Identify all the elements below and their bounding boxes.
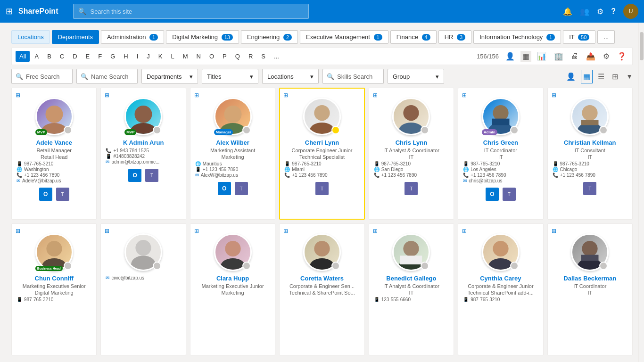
card-menu-icon[interactable]: ⊞ (462, 92, 467, 99)
person-name[interactable]: Dallas Beckerman (563, 275, 616, 282)
person-name[interactable]: K Admin Arun (123, 139, 164, 146)
person-name[interactable]: Cynthia Carey (480, 275, 521, 282)
tab-finance[interactable]: Finance 4 (390, 30, 437, 44)
skills-search-input[interactable]: 🔍 Skills Search (322, 69, 384, 84)
bar-chart-icon[interactable]: 📊 (535, 51, 548, 62)
alpha-e[interactable]: E (82, 51, 94, 62)
alpha-r[interactable]: R (245, 51, 256, 62)
alpha-s[interactable]: S (257, 51, 269, 62)
card-view-icon[interactable]: ▦ (520, 51, 531, 62)
person-card-alex-wilber[interactable]: ⊞ Manager Alex Wilber Marketing Assistan… (190, 88, 275, 220)
locations-dropdown[interactable]: Locations ▾ (262, 69, 319, 84)
alpha-q[interactable]: Q (231, 51, 244, 62)
teams-button[interactable]: T (583, 182, 596, 195)
person-name[interactable]: Cherri Lynn (305, 139, 339, 146)
person-name[interactable]: Chris Lynn (396, 139, 427, 146)
people-icon[interactable]: 👥 (580, 7, 589, 16)
alpha-a[interactable]: A (31, 51, 42, 62)
person-card-adele-vance[interactable]: ⊞ MVP Adele Vance Retail Manager Retail … (11, 88, 97, 220)
global-search[interactable]: 🔍 Search this site (73, 4, 309, 19)
person-name[interactable]: Coretta Waters (300, 275, 344, 282)
notifications-icon[interactable]: 🔔 (563, 7, 572, 16)
teams-button[interactable]: T (56, 188, 69, 201)
add-person-icon[interactable]: 👤 (504, 51, 517, 62)
alpha-h[interactable]: H (120, 51, 132, 62)
person-card-cherri-lynn[interactable]: ⊞ Cherri Lynn Corporate Engineer Junior … (279, 88, 364, 220)
tab-executive-management[interactable]: Executive Management 1 (300, 30, 388, 44)
settings-icon[interactable]: ⚙ (597, 7, 603, 16)
grid-view-icon[interactable]: ▦ (581, 70, 593, 83)
tab-it[interactable]: IT 50 (563, 30, 595, 44)
alpha-i[interactable]: I (133, 51, 142, 62)
person-card-benedict-gallego[interactable]: ⊞ Benedict Gallego IT Analyst & Coordina… (369, 223, 454, 355)
person-card-chris-green[interactable]: ⊞ Admin Chris Green IT Coordinator IT 📱9… (458, 88, 543, 220)
card-menu-icon[interactable]: ⊞ (552, 92, 556, 99)
card-menu-icon[interactable]: ⊞ (105, 228, 109, 234)
person-card-christian-kellman[interactable]: ⊞ Christian Kellman IT Consultant IT 📱98… (547, 88, 633, 220)
person-card-chun-conniff[interactable]: ⊞ Business Head Chun Conniff Marketing E… (11, 223, 97, 355)
alpha-l[interactable]: L (167, 51, 178, 62)
person-name[interactable]: Chun Conniff (35, 275, 74, 282)
teams-button[interactable]: T (405, 182, 418, 195)
titles-dropdown[interactable]: Titles ▾ (202, 69, 258, 84)
card-menu-icon[interactable]: ⊞ (194, 228, 199, 234)
tab-digital-marketing[interactable]: Digital Marketing 13 (166, 30, 239, 44)
person-card-coretta-waters[interactable]: ⊞ Coretta Waters Corporate & Engineer Se… (279, 223, 364, 355)
help-icon[interactable]: ? (611, 7, 616, 16)
person-card-k-admin-arun[interactable]: ⊞ MVP K Admin Arun 📞+1 943 784 1525 📱#14… (100, 88, 186, 220)
card-menu-icon[interactable]: ⊞ (462, 228, 467, 234)
card-menu-icon[interactable]: ⊞ (283, 92, 288, 99)
person-name[interactable]: Christian Kellman (564, 139, 616, 146)
alpha-c[interactable]: C (56, 51, 68, 62)
card-menu-icon[interactable]: ⊞ (373, 228, 378, 234)
alpha-j[interactable]: J (143, 51, 154, 62)
card-menu-icon[interactable]: ⊞ (552, 228, 556, 234)
tab-information-technology[interactable]: Information Technology 1 (473, 30, 561, 44)
filter-toggle-icon[interactable]: ▼ (626, 73, 633, 80)
tab-administration[interactable]: Administration 1 (101, 30, 164, 44)
departments-dropdown[interactable]: Departments ▾ (141, 69, 198, 84)
tab-more[interactable]: ... (597, 30, 615, 44)
alpha-g[interactable]: G (107, 51, 119, 62)
settings2-icon[interactable]: ⚙ (601, 51, 611, 62)
user-avatar[interactable]: U (623, 4, 638, 19)
group-dropdown[interactable]: Group ▾ (388, 69, 444, 84)
card-menu-icon[interactable]: ⊞ (373, 92, 378, 99)
person-name[interactable]: Clara Hupp (216, 275, 249, 282)
outlook-button[interactable]: O (218, 182, 231, 195)
alpha-p[interactable]: P (219, 51, 231, 62)
alpha-n[interactable]: N (193, 51, 205, 62)
app-launcher-icon[interactable]: ⊞ (6, 6, 13, 16)
tab-hr[interactable]: HR 3 (438, 30, 472, 44)
outlook-button[interactable]: O (39, 188, 52, 201)
card-menu-icon[interactable]: ⊞ (16, 228, 20, 234)
tile-view-icon[interactable]: ⊞ (610, 70, 620, 83)
tab-locations[interactable]: Locations (11, 30, 50, 44)
print-icon[interactable]: 🖨 (569, 51, 580, 62)
tab-engineering[interactable]: Engineering 2 (241, 30, 298, 44)
scrollbar[interactable] (638, 23, 644, 362)
card-menu-icon[interactable]: ⊞ (194, 92, 199, 99)
alpha-m[interactable]: M (179, 51, 192, 62)
scroll-thumb[interactable] (640, 32, 644, 60)
org-chart-icon[interactable]: 🏢 (552, 51, 565, 62)
card-menu-icon[interactable]: ⊞ (283, 228, 288, 234)
person-card-chris-lynn[interactable]: ⊞ Chris Lynn IT Analyst & Coordinator IT… (369, 88, 454, 220)
person-card-civic[interactable]: ⊞ ✉civic@bitzap.us (100, 223, 186, 355)
card-menu-icon[interactable]: ⊞ (16, 92, 20, 99)
alpha-b[interactable]: B (43, 51, 55, 62)
teams-button[interactable]: T (235, 182, 248, 195)
teams-button[interactable]: T (315, 182, 329, 195)
free-search-input[interactable]: 🔍 Free Search (11, 69, 73, 84)
alpha-d[interactable]: D (69, 51, 81, 62)
tab-departments[interactable]: Departments (52, 30, 99, 44)
help2-icon[interactable]: ❓ (615, 51, 628, 62)
outlook-button[interactable]: O (486, 188, 499, 201)
alpha-k[interactable]: K (155, 51, 166, 62)
alpha-f[interactable]: F (94, 51, 106, 62)
export-icon[interactable]: 📤 (584, 51, 597, 62)
person-card-clara-hupp[interactable]: ⊞ Clara Hupp Marketing Executive Junior … (190, 223, 275, 355)
person-card-dallas-beckerman[interactable]: ⊞ Dallas Beckerman IT Coordinator IT (547, 223, 633, 355)
person-name[interactable]: Adele Vance (36, 139, 72, 146)
add-contact-icon[interactable]: 👤 (564, 70, 578, 83)
